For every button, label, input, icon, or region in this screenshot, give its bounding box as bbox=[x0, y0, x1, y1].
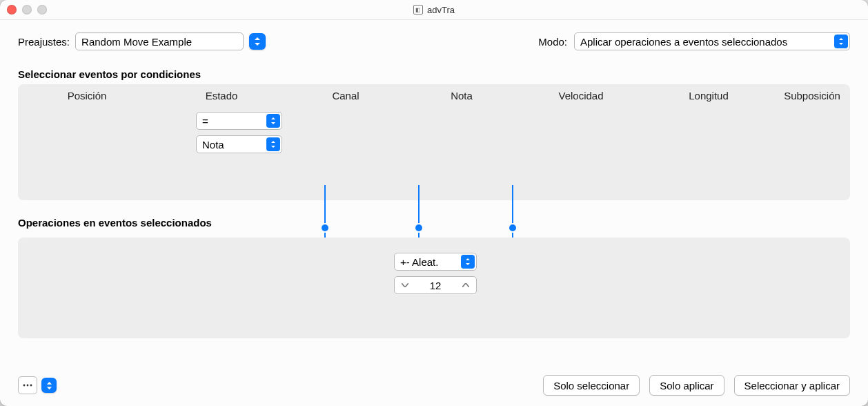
mode-label: Modo: bbox=[538, 36, 567, 48]
estado-value: Nota bbox=[202, 139, 224, 151]
conditions-title: Seleccionar eventos por condiciones bbox=[18, 68, 850, 80]
operation-amount-stepper[interactable]: 12 bbox=[394, 276, 477, 294]
presets-label: Preajustes: bbox=[18, 36, 70, 48]
conditions-panel: Posición Estado Canal Nota Velocidad Lon… bbox=[18, 84, 850, 200]
titlebar: ◧ advTra bbox=[0, 0, 868, 20]
operations-title: Operaciones en eventos seleccionados bbox=[18, 217, 212, 229]
operation-type-select[interactable]: +- Aleat. bbox=[394, 253, 477, 271]
select-and-apply-label: Seleccionar y aplicar bbox=[744, 380, 840, 392]
col-nota: Nota bbox=[404, 90, 519, 102]
select-arrows-icon bbox=[266, 114, 280, 128]
estado-value-select[interactable]: Nota bbox=[196, 135, 282, 153]
select-arrows-icon bbox=[834, 35, 848, 48]
col-subposicion: Subposición bbox=[774, 90, 850, 102]
condition-columns: Posición Estado Canal Nota Velocidad Lon… bbox=[18, 84, 850, 102]
col-longitud: Longitud bbox=[643, 90, 774, 102]
mode-select[interactable]: Aplicar operaciones a eventos selecciona… bbox=[574, 32, 850, 50]
operation-amount-value: 12 bbox=[413, 280, 458, 291]
chevron-down-icon[interactable] bbox=[397, 277, 413, 293]
select-only-label: Solo seleccionar bbox=[553, 380, 629, 392]
connector-handle[interactable] bbox=[415, 224, 422, 231]
apply-only-button[interactable]: Solo aplicar bbox=[649, 375, 724, 396]
svg-point-0 bbox=[23, 385, 26, 387]
app-icon: ◧ bbox=[413, 5, 423, 14]
estado-operator-value: = bbox=[202, 115, 208, 127]
select-only-button[interactable]: Solo seleccionar bbox=[543, 375, 640, 396]
col-estado: Estado bbox=[156, 90, 287, 102]
select-and-apply-button[interactable]: Seleccionar y aplicar bbox=[734, 375, 850, 396]
footer: Solo seleccionar Solo aplicar Selecciona… bbox=[18, 375, 850, 396]
operation-type-value: +- Aleat. bbox=[400, 256, 438, 268]
select-arrows-icon bbox=[461, 255, 475, 269]
col-canal: Canal bbox=[287, 90, 404, 102]
top-row: Preajustes: Random Move Example Modo: Ap… bbox=[18, 32, 850, 50]
svg-point-1 bbox=[27, 385, 29, 387]
content: Preajustes: Random Move Example Modo: Ap… bbox=[0, 20, 868, 406]
preset-menu-button[interactable] bbox=[249, 33, 266, 50]
more-menu-button[interactable] bbox=[41, 378, 57, 393]
window-controls bbox=[7, 5, 47, 14]
estado-operator-select[interactable]: = bbox=[196, 112, 282, 130]
operations-panel: +- Aleat. 12 bbox=[18, 238, 850, 338]
zoom-icon[interactable] bbox=[37, 5, 47, 14]
svg-point-2 bbox=[30, 385, 32, 387]
mode-value: Aplicar operaciones a eventos selecciona… bbox=[580, 36, 787, 48]
minimize-icon[interactable] bbox=[22, 5, 32, 14]
connector-handle[interactable] bbox=[322, 224, 328, 231]
more-button[interactable] bbox=[18, 376, 37, 394]
chevron-up-icon[interactable] bbox=[458, 277, 473, 293]
preset-name-value: Random Move Example bbox=[81, 36, 192, 48]
apply-only-label: Solo aplicar bbox=[660, 380, 713, 392]
window-title: advTra bbox=[427, 5, 455, 15]
close-icon[interactable] bbox=[7, 5, 17, 14]
col-velocidad: Velocidad bbox=[519, 90, 643, 102]
select-arrows-icon bbox=[266, 137, 280, 151]
col-posicion: Posición bbox=[18, 90, 156, 102]
connector-handle[interactable] bbox=[509, 224, 516, 231]
preset-name-input[interactable]: Random Move Example bbox=[75, 32, 244, 50]
window: ◧ advTra Preajustes: Random Move Example… bbox=[0, 0, 868, 406]
